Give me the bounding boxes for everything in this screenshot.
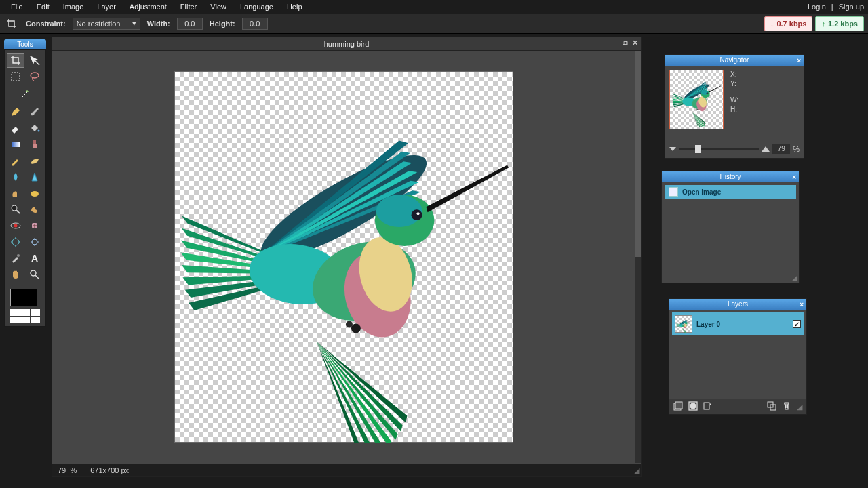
hand-tool[interactable] <box>7 267 24 282</box>
menu-edit[interactable]: Edit <box>30 1 56 13</box>
zoom-value[interactable]: 79 <box>772 144 790 154</box>
marquee-tool[interactable] <box>7 69 24 84</box>
layer-visibility-checkbox[interactable]: ✔ <box>793 320 801 328</box>
menu-layer[interactable]: Layer <box>90 1 123 13</box>
upload-badge: ↑ 1.2 kbps <box>815 16 864 31</box>
svg-point-12 <box>31 73 39 78</box>
document-statusbar: 79 % 671x700 px ◢ <box>52 464 641 476</box>
status-zoom: 79 <box>58 466 66 474</box>
new-layer-button[interactable] <box>673 401 683 412</box>
menu-language[interactable]: Language <box>233 1 280 13</box>
auth-divider: | <box>831 3 833 11</box>
replace-color-tool[interactable] <box>7 153 24 168</box>
type-tool[interactable]: A <box>26 251 43 266</box>
move-tool[interactable] <box>26 53 43 68</box>
history-item[interactable]: Open image <box>665 185 796 199</box>
signup-link[interactable]: Sign up <box>839 3 864 11</box>
bucket-tool[interactable] <box>26 121 43 136</box>
zoom-in-icon[interactable] <box>762 146 770 152</box>
svg-point-23 <box>32 239 37 245</box>
color-swatches[interactable] <box>10 289 40 323</box>
nav-w-label: W: <box>730 96 738 105</box>
document-window: humming bird ⧉ ✕ 79 % 671x700 px ◢ <box>52 37 642 477</box>
layer-fx-button[interactable] <box>703 401 713 412</box>
svg-rect-16 <box>33 140 36 144</box>
nav-y-label: Y: <box>730 79 738 89</box>
foreground-swatch[interactable] <box>10 289 37 306</box>
gradient-tool[interactable] <box>7 137 24 152</box>
history-title-text: History <box>719 173 741 180</box>
wand-tool[interactable] <box>16 87 34 102</box>
pinch-tool[interactable] <box>26 235 43 249</box>
svg-point-20 <box>14 224 18 228</box>
bloat-tool[interactable] <box>7 235 24 249</box>
preset-swatches[interactable] <box>10 309 40 323</box>
main-menu: File Edit Image Layer Adjustment Filter … <box>4 1 309 13</box>
pencil-tool[interactable] <box>7 104 24 119</box>
spot-heal-tool[interactable] <box>26 218 43 233</box>
smudge-tool[interactable] <box>7 186 24 201</box>
menu-help[interactable]: Help <box>280 1 309 13</box>
layers-resize-grip-icon[interactable]: ◢ <box>797 403 802 411</box>
canvas-area[interactable] <box>52 51 635 463</box>
sponge-tool[interactable] <box>26 186 43 201</box>
duplicate-layer-button[interactable] <box>767 401 776 412</box>
upload-arrow-icon: ↑ <box>821 20 825 28</box>
svg-text:A: A <box>31 253 38 264</box>
delete-layer-button[interactable] <box>782 401 791 412</box>
menu-adjustment[interactable]: Adjustment <box>123 1 174 13</box>
sharpen-tool[interactable] <box>26 169 43 184</box>
redeye-tool[interactable] <box>7 218 24 233</box>
layer-thumbnail[interactable] <box>675 315 692 333</box>
zoom-out-icon[interactable] <box>669 147 676 151</box>
close-icon[interactable]: ✕ <box>632 39 638 47</box>
crop-tool[interactable] <box>7 53 24 68</box>
history-close-icon[interactable]: × <box>792 172 796 183</box>
brush-tool[interactable] <box>26 104 43 119</box>
layers-title-text: Layers <box>728 300 748 308</box>
zoom-slider-track[interactable] <box>679 148 759 150</box>
status-zoom-unit: % <box>70 466 77 474</box>
menu-file[interactable]: File <box>4 1 30 13</box>
history-resize-grip-icon[interactable]: ◢ <box>792 274 797 281</box>
eyedropper-tool[interactable] <box>7 251 24 266</box>
clone-tool[interactable] <box>26 137 43 152</box>
layer-mask-button[interactable] <box>688 401 698 412</box>
menu-filter[interactable]: Filter <box>174 1 203 13</box>
eraser-tool[interactable] <box>7 121 24 136</box>
layers-close-icon[interactable]: × <box>800 300 804 310</box>
network-badges: ↓ 0.7 kbps ↑ 1.2 kbps <box>764 16 864 31</box>
layer-row[interactable]: Layer 0 ✔ <box>672 312 804 336</box>
navigator-close-icon[interactable]: × <box>797 56 801 66</box>
resize-grip-icon[interactable]: ◢ <box>634 466 639 475</box>
height-input[interactable]: 0.0 <box>242 18 268 30</box>
zoom-tool[interactable] <box>26 267 43 282</box>
maximize-icon[interactable]: ⧉ <box>623 39 628 47</box>
navigator-title[interactable]: Navigator × <box>665 55 804 66</box>
layers-title[interactable]: Layers × <box>669 299 806 310</box>
menu-view[interactable]: View <box>203 1 233 13</box>
upload-rate: 1.2 kbps <box>828 20 858 28</box>
canvas[interactable] <box>175 72 513 442</box>
burn-tool[interactable] <box>26 202 43 217</box>
vertical-scrollbar[interactable] <box>635 51 641 463</box>
height-label: Height: <box>210 20 235 28</box>
menu-image[interactable]: Image <box>56 1 91 13</box>
constraint-select[interactable]: No restriction ▾ <box>73 18 140 30</box>
document-titlebar[interactable]: humming bird ⧉ ✕ <box>52 37 641 51</box>
svg-point-22 <box>12 239 19 245</box>
svg-rect-31 <box>704 403 709 409</box>
width-input[interactable]: 0.0 <box>177 18 203 30</box>
svg-rect-28 <box>675 402 682 409</box>
svg-point-18 <box>12 205 17 211</box>
blur-tool[interactable] <box>7 169 24 184</box>
dodge-tool[interactable] <box>7 202 24 217</box>
login-link[interactable]: Login <box>808 3 826 11</box>
zoom-slider-thumb[interactable] <box>695 145 701 153</box>
lasso-tool[interactable] <box>26 69 43 84</box>
draw-tool[interactable] <box>26 153 43 168</box>
document-title: humming bird <box>324 40 370 48</box>
history-title[interactable]: History × <box>662 171 799 182</box>
navigator-thumbnail[interactable] <box>669 70 724 129</box>
auth-links: Login | Sign up <box>808 3 864 11</box>
